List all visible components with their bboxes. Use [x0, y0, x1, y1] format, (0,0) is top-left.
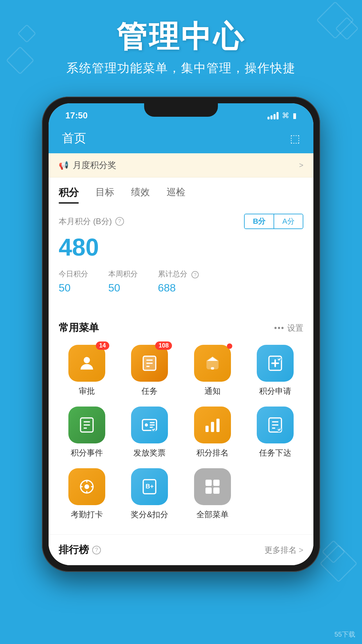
menu-item-task[interactable]: 108 任务: [122, 345, 178, 396]
approval-icon-bg: [68, 345, 105, 382]
announcement-arrow: >: [299, 161, 303, 170]
announcement-bar[interactable]: 📢 月度积分奖 >: [49, 153, 313, 177]
distribute-icon-wrapper: [131, 407, 168, 443]
score-header: 本月积分 (B分) ? B分 A分: [59, 214, 303, 229]
points-event-label: 积分事件: [71, 447, 103, 458]
svg-text:B+: B+: [146, 483, 154, 490]
toggle-a-btn[interactable]: A分: [274, 214, 303, 228]
task-assign-label: 任务下达: [259, 447, 291, 458]
app-navbar: 首页 ⬚: [49, 125, 313, 153]
notify-label: 通知: [204, 386, 221, 396]
menu-item-bonus[interactable]: B+ 奖分&扣分: [122, 468, 178, 520]
rank-title: 排行榜: [59, 543, 89, 557]
svg-rect-17: [205, 426, 208, 432]
stat-total-value: 688: [158, 282, 199, 294]
svg-rect-30: [213, 480, 220, 486]
announcement-text: 月度积分奖: [73, 159, 116, 171]
rank-help-icon[interactable]: ?: [92, 546, 101, 554]
menu-item-points-event[interactable]: 积分事件: [59, 407, 115, 458]
attendance-label: 考勤打卡: [71, 509, 103, 520]
menu-item-points-rank[interactable]: 积分排名: [184, 407, 241, 458]
attendance-icon: [77, 477, 96, 496]
task-assign-icon-wrapper: [257, 407, 294, 443]
stat-daily: 今日积分 50: [59, 269, 88, 294]
all-menu-icon: [203, 477, 222, 496]
status-time: 17:50: [65, 110, 88, 121]
points-apply-icon: [266, 354, 285, 373]
points-apply-icon-bg: [257, 345, 294, 382]
rank-more-text: 更多排名: [264, 545, 297, 555]
page-subtitle: 系统管理功能菜单，集中管理，操作快捷: [13, 60, 349, 76]
approval-badge: 14: [96, 341, 109, 350]
menu-item-points-apply[interactable]: 积分申请: [247, 345, 304, 396]
rank-bar[interactable]: 排行榜 ? 更多排名 >: [49, 534, 313, 565]
stat-daily-label: 今日积分: [59, 269, 88, 279]
svg-rect-19: [216, 419, 219, 432]
svg-point-0: [83, 357, 90, 364]
task-icon-bg: [131, 345, 168, 382]
phone-frame: 17:50 ⌘ ▮ 首页 ⬚: [42, 97, 320, 572]
score-help-icon[interactable]: ?: [115, 217, 124, 226]
task-icon-wrapper: 108: [131, 345, 168, 382]
points-apply-label: 积分申请: [259, 386, 291, 396]
all-menu-icon-wrapper: [194, 468, 231, 505]
phone-wrapper: 17:50 ⌘ ▮ 首页 ⬚: [0, 97, 362, 572]
task-icon: [140, 354, 159, 373]
settings-label: 设置: [287, 323, 303, 333]
tab-xunjian[interactable]: 巡检: [167, 186, 185, 204]
menu-item-task-assign[interactable]: 任务下达: [247, 407, 304, 458]
points-event-icon-wrapper: [68, 407, 105, 443]
phone-notch: [144, 103, 218, 117]
svg-point-26: [84, 484, 89, 489]
approval-icon-wrapper: 14: [68, 345, 105, 382]
page-title: 管理中心: [13, 20, 349, 53]
megaphone-icon: 📢: [59, 161, 69, 170]
tab-jixiao[interactable]: 绩效: [131, 186, 150, 204]
task-badge: 108: [155, 341, 172, 350]
battery-icon: ▮: [293, 111, 297, 120]
menu-item-attendance[interactable]: 考勤打卡: [59, 468, 115, 520]
tabs-row: 积分 目标 绩效 巡检: [49, 177, 313, 204]
signal-icon: [267, 112, 279, 119]
main-content: 积分 目标 绩效 巡检 本月积分 (B分) ? B分 A分: [49, 177, 313, 565]
svg-rect-18: [211, 422, 214, 432]
tab-jifen[interactable]: 积分: [59, 186, 79, 204]
score-label: 本月积分 (B分) ?: [59, 216, 124, 227]
status-icons: ⌘ ▮: [267, 111, 297, 120]
menu-item-approval[interactable]: 14 审批: [59, 345, 115, 396]
distribute-icon: [140, 416, 159, 434]
stat-weekly-label: 本周积分: [108, 269, 138, 279]
score-label-text: 本月积分 (B分): [59, 216, 112, 227]
rank-more[interactable]: 更多排名 >: [264, 545, 303, 555]
menu-item-all[interactable]: 全部菜单: [184, 468, 241, 520]
bonus-label: 奖分&扣分: [131, 509, 168, 520]
tab-mubiao[interactable]: 目标: [96, 186, 114, 204]
points-rank-icon-wrapper: [194, 407, 231, 443]
main-score-value: 480: [59, 234, 303, 261]
announcement-left: 📢 月度积分奖: [59, 159, 116, 171]
svg-rect-29: [205, 480, 212, 486]
bonus-icon-wrapper: B+: [131, 468, 168, 505]
notify-icon: [203, 354, 222, 373]
rank-left: 排行榜 ?: [59, 543, 101, 557]
svg-rect-32: [213, 488, 220, 494]
toggle-b-btn[interactable]: B分: [245, 214, 274, 228]
menu-section: 常用菜单 ••• 设置: [49, 313, 313, 528]
svg-rect-31: [205, 488, 212, 494]
task-assign-icon-bg: [257, 407, 294, 443]
scan-icon[interactable]: ⬚: [290, 132, 300, 145]
menu-item-notify[interactable]: 通知: [184, 345, 241, 396]
svg-marker-6: [207, 357, 218, 361]
phone-screen: 17:50 ⌘ ▮ 首页 ⬚: [49, 103, 313, 565]
stat-total-label: 累计总分 ?: [158, 269, 199, 279]
menu-dots: •••: [274, 323, 285, 333]
stat-daily-value: 50: [59, 282, 88, 294]
stat-weekly: 本周积分 50: [108, 269, 138, 294]
header-section: 管理中心 系统管理功能菜单，集中管理，操作快捷: [0, 0, 362, 87]
points-rank-icon-bg: [194, 407, 231, 443]
menu-settings[interactable]: ••• 设置: [274, 323, 303, 333]
menu-item-distribute[interactable]: 发放奖票: [122, 407, 178, 458]
task-assign-icon: [266, 416, 285, 434]
nav-title: 首页: [62, 130, 86, 147]
bonus-icon: B+: [140, 477, 159, 496]
